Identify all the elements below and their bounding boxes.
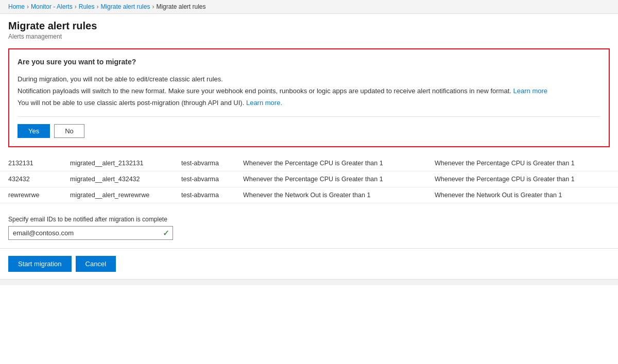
cell-resource-0: test-abvarma <box>173 155 235 171</box>
breadcrumb: Home › Monitor - Alerts › Rules › Migrat… <box>0 0 618 14</box>
page-title: Migrate alert rules <box>8 20 610 32</box>
confirm-text: During migration, you will not be able t… <box>18 74 600 108</box>
confirm-line-2-text: Notification payloads will switch to the… <box>18 87 513 95</box>
learn-more-link-2[interactable]: Learn more. <box>246 99 282 107</box>
email-label: Specify email IDs to be notified after m… <box>8 216 610 223</box>
confirm-box: Are you sure you want to migrate? During… <box>8 48 610 147</box>
yes-button[interactable]: Yes <box>18 124 50 138</box>
breadcrumb-rules[interactable]: Rules <box>79 3 95 10</box>
learn-more-link-1[interactable]: Learn more <box>513 87 547 95</box>
footer-bar: Start migration Cancel <box>0 248 618 279</box>
table-body: 2132131 migrated__alert_2132131 test-abv… <box>0 155 618 203</box>
breadcrumb-sep-4: › <box>152 3 154 10</box>
start-migration-button[interactable]: Start migration <box>8 256 72 272</box>
cancel-button[interactable]: Cancel <box>76 256 116 272</box>
cell-condition-0: Whenever the Percentage CPU is Greater t… <box>235 155 426 171</box>
no-button[interactable]: No <box>54 124 84 138</box>
breadcrumb-migrate-alert-rules[interactable]: Migrate alert rules <box>100 3 150 10</box>
breadcrumb-monitor-alerts[interactable]: Monitor - Alerts <box>31 3 73 10</box>
breadcrumb-home[interactable]: Home <box>8 3 25 10</box>
table-row: rewrewrwe migrated__alert_rewrewrwe test… <box>0 187 618 203</box>
cell-id-0: 2132131 <box>0 155 62 171</box>
cell-migrated-2: migrated__alert_rewrewrwe <box>62 187 173 203</box>
cell-condition-1: Whenever the Percentage CPU is Greater t… <box>235 171 426 187</box>
confirm-divider <box>18 116 600 117</box>
cell-id-2: rewrewrwe <box>0 187 62 203</box>
breadcrumb-sep-3: › <box>96 3 98 10</box>
confirm-question: Are you sure you want to migrate? <box>18 58 600 66</box>
bottom-scrollbar[interactable] <box>0 279 618 285</box>
confirm-line-1: During migration, you will not be able t… <box>18 74 600 85</box>
page-header: Migrate alert rules Alerts management <box>0 14 618 44</box>
breadcrumb-current: Migrate alert rules <box>156 3 205 10</box>
cell-migrated-0: migrated__alert_2132131 <box>62 155 173 171</box>
cell-resource-2: test-abvarma <box>173 187 235 203</box>
confirm-line-3-text: You will not be able to use classic aler… <box>18 99 246 107</box>
cell-condition2-1: Whenever the Percentage CPU is Greater t… <box>426 171 618 187</box>
email-check-icon: ✓ <box>163 228 173 238</box>
email-input[interactable] <box>9 227 163 239</box>
email-input-wrapper: ✓ <box>8 226 173 240</box>
cell-condition2-2: Whenever the Network Out is Greater than… <box>426 187 618 203</box>
cell-migrated-1: migrated__alert_432432 <box>62 171 173 187</box>
cell-condition2-0: Whenever the Percentage CPU is Greater t… <box>426 155 618 171</box>
email-section: Specify email IDs to be notified after m… <box>0 203 618 248</box>
page-subtitle: Alerts management <box>8 33 610 40</box>
cell-id-1: 432432 <box>0 171 62 187</box>
breadcrumb-sep-2: › <box>75 3 77 10</box>
breadcrumb-sep-1: › <box>27 3 29 10</box>
cell-resource-1: test-abvarma <box>173 171 235 187</box>
table-row: 2132131 migrated__alert_2132131 test-abv… <box>0 155 618 171</box>
confirm-line-2: Notification payloads will switch to the… <box>18 86 600 97</box>
table-row: 432432 migrated__alert_432432 test-abvar… <box>0 171 618 187</box>
alert-table: 2132131 migrated__alert_2132131 test-abv… <box>0 155 618 203</box>
confirm-line-3: You will not be able to use classic aler… <box>18 98 600 109</box>
cell-condition-2: Whenever the Network Out is Greater than… <box>235 187 426 203</box>
confirm-buttons: Yes No <box>18 124 600 138</box>
